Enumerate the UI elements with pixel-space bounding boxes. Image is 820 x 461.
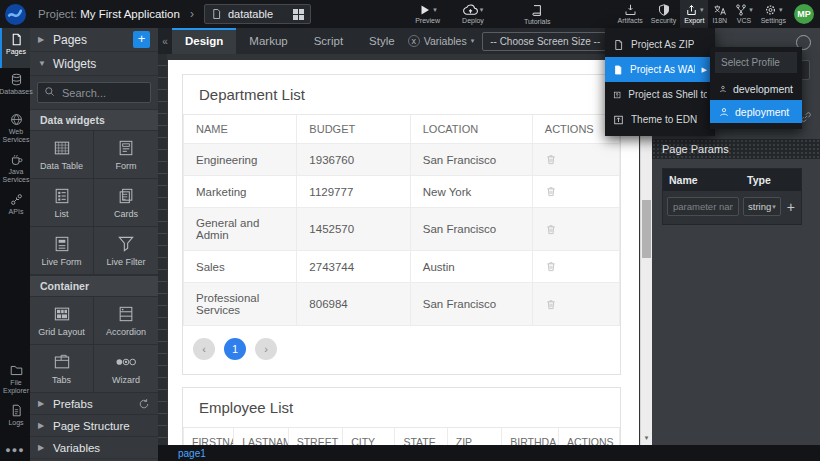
artifacts-label: Artifacts	[618, 17, 643, 24]
dashboard-icon[interactable]	[293, 9, 304, 20]
table-row[interactable]: Sales 2743744 Austin	[184, 251, 620, 283]
tab-design[interactable]: Design	[172, 28, 236, 54]
vcs-button[interactable]: ▾ VCS	[731, 0, 757, 28]
delete-icon[interactable]	[545, 185, 557, 198]
rail-item-databases[interactable]: Databases	[0, 68, 30, 108]
rail-item-web-services[interactable]: Web Services	[0, 108, 30, 148]
widgets-accordion[interactable]: ▼ Widgets	[30, 52, 158, 76]
chevron-down-icon[interactable]: ▾	[779, 6, 783, 14]
menu-item-project-as-shell-to-edn[interactable]: Project as Shell to EDN	[605, 82, 715, 107]
variables-accordion[interactable]: ▶ Variables	[30, 437, 158, 459]
accordion-icon	[116, 304, 136, 324]
prefabs-accordion[interactable]: ▶ Prefabs	[30, 393, 158, 415]
add-param-button[interactable]: +	[785, 199, 797, 215]
widget-tile-cards[interactable]: Cards	[94, 179, 158, 227]
coffee-icon	[10, 153, 23, 166]
security-button[interactable]: Security	[647, 0, 680, 28]
refresh-icon[interactable]	[138, 398, 150, 410]
column-header[interactable]: STATE	[395, 428, 447, 445]
table-row[interactable]: Marketing 1129777 New York	[184, 176, 620, 208]
play-icon	[418, 4, 431, 16]
delete-icon[interactable]	[545, 298, 557, 311]
employee-list-widget[interactable]: Employee List FIRSTNA... LASTNAME STREET…	[182, 387, 621, 445]
pagination-next-button[interactable]: ›	[255, 338, 277, 360]
widget-tile-tabs[interactable]: Tabs	[30, 345, 94, 393]
pagination-prev-button[interactable]: ‹	[193, 338, 215, 360]
column-header[interactable]: BIRTHDA...	[502, 428, 559, 445]
i18n-button[interactable]: I18N	[708, 0, 731, 28]
tab-script[interactable]: Script	[301, 28, 356, 54]
rail-item-file-explorer[interactable]: File Explorer	[0, 359, 30, 399]
widget-tile-accordion[interactable]: Accordion	[94, 297, 158, 345]
artifacts-button[interactable]: Artifacts	[614, 0, 647, 28]
delete-icon[interactable]	[545, 153, 557, 166]
column-header[interactable]: ZIP	[447, 428, 502, 445]
widget-tile-live-form[interactable]: Live Form	[30, 227, 94, 275]
widget-tile-wizard[interactable]: Wizard	[94, 345, 158, 393]
widget-tile-list[interactable]: List	[30, 179, 94, 227]
chevron-down-icon[interactable]: ▾	[749, 6, 753, 14]
chevron-down-icon: ▾	[471, 37, 475, 45]
column-header[interactable]: STREET	[288, 428, 343, 445]
export-box-icon	[613, 114, 624, 126]
param-name-input[interactable]	[667, 197, 739, 216]
export-button[interactable]: ▾ Export	[680, 0, 708, 28]
collapse-panel-button[interactable]: «	[158, 28, 172, 54]
chevron-down-icon[interactable]: ▾	[433, 6, 437, 14]
variables-dropdown[interactable]: x Variables ▾	[408, 35, 475, 47]
widget-tile-data-table[interactable]: Data Table	[30, 131, 94, 179]
delete-icon[interactable]	[545, 260, 557, 273]
rail-item-pages[interactable]: Pages	[0, 28, 30, 68]
cell-budget: 1452570	[297, 208, 410, 251]
param-type-select[interactable]: string ▾	[743, 197, 781, 216]
rail-label: File Explorer	[3, 379, 29, 394]
statusbar-page-tab[interactable]: page1	[178, 448, 206, 459]
widget-tile-label: Form	[116, 161, 137, 171]
user-avatar[interactable]: MP	[794, 4, 814, 24]
delete-icon[interactable]	[545, 223, 557, 236]
settings-button[interactable]: ▾ Settings	[757, 0, 790, 28]
pages-accordion[interactable]: ▶ Pages +	[30, 28, 158, 52]
chevron-down-icon: ▾	[700, 6, 704, 14]
deploy-button[interactable]: ▾ Deploy	[458, 0, 488, 28]
page-preview[interactable]: Department List NAME BUDGET LOCATION ACT…	[168, 60, 639, 445]
department-list-widget[interactable]: Department List NAME BUDGET LOCATION ACT…	[182, 74, 621, 375]
screen-size-select[interactable]: -- Choose Screen Size -- ▾	[482, 32, 618, 51]
page-selector[interactable]: datatable	[204, 4, 311, 24]
pagination-page-1[interactable]: 1	[224, 338, 246, 360]
add-page-button[interactable]: +	[133, 31, 150, 48]
wavemaker-logo[interactable]	[5, 4, 26, 25]
column-header[interactable]: ACTIONS	[558, 428, 619, 445]
tab-markup[interactable]: Markup	[236, 28, 300, 54]
rail-item-logs[interactable]: Logs	[0, 399, 30, 439]
column-header[interactable]: FIRSTNA...	[184, 428, 234, 445]
more-icon[interactable]: ●●●	[0, 439, 30, 461]
tab-style[interactable]: Style	[356, 28, 408, 54]
tutorials-button[interactable]: Tutorials	[520, 0, 555, 28]
scrollbar-thumb[interactable]	[642, 200, 651, 258]
rail-item-apis[interactable]: APIs	[0, 188, 30, 228]
submenu-item-label: deployment	[735, 106, 789, 118]
rail-item-java-services[interactable]: Java Services	[0, 148, 30, 188]
submenu-item-development[interactable]: development	[710, 77, 802, 100]
menu-item-theme-to-edn[interactable]: Theme to EDN	[605, 107, 715, 132]
page-structure-accordion[interactable]: ▶ Page Structure	[30, 415, 158, 437]
widget-tile-form[interactable]: Form	[94, 131, 158, 179]
widget-tile-grid-layout[interactable]: Grid Layout	[30, 297, 94, 345]
column-header[interactable]: LOCATION	[410, 115, 532, 144]
column-header[interactable]: NAME	[184, 115, 297, 144]
menu-item-project-as-war[interactable]: Project As WAR ▶	[605, 57, 715, 82]
column-header[interactable]: LASTNAME	[234, 428, 289, 445]
chevron-down-icon[interactable]: ▾	[480, 6, 484, 14]
scroll-down-arrow[interactable]: ▾	[641, 434, 652, 442]
menu-item-project-as-zip[interactable]: Project As ZIP	[605, 32, 715, 57]
preview-button[interactable]: ▾ Preview	[411, 0, 444, 28]
submenu-item-deployment[interactable]: deployment	[710, 100, 802, 123]
widget-tile-live-filter[interactable]: Live Filter	[94, 227, 158, 275]
table-row[interactable]: General and Admin 1452570 San Francisco	[184, 208, 620, 251]
column-header[interactable]: CITY	[343, 428, 395, 445]
table-row[interactable]: Professional Services 806984 San Francis…	[184, 283, 620, 326]
column-header[interactable]: BUDGET	[297, 115, 410, 144]
menu-item-label: Project as Shell to EDN	[628, 89, 707, 100]
table-row[interactable]: Engineering 1936760 San Francisco	[184, 144, 620, 176]
